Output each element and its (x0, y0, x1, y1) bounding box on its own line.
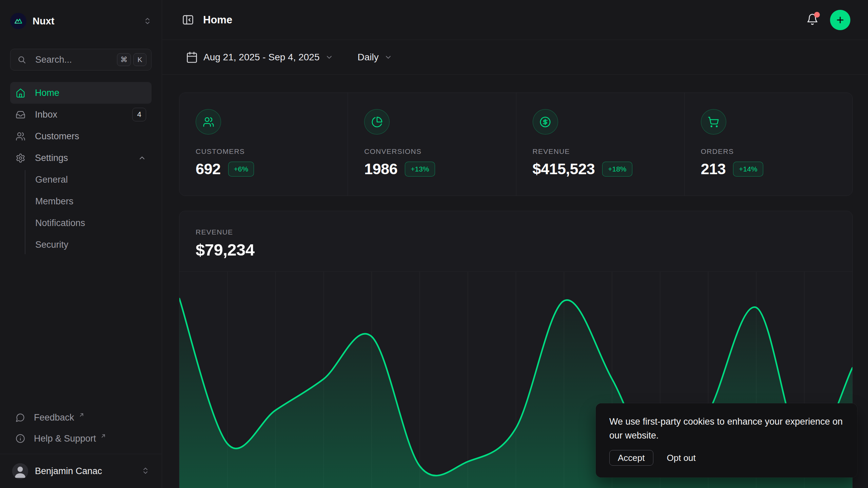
user-avatar (12, 463, 28, 479)
sidebar-item-label: Home (35, 88, 59, 98)
sidebar-item-notifications[interactable]: Notifications (10, 212, 152, 234)
kbd-meta: ⌘ (117, 53, 131, 66)
nuxt-logo-icon (10, 13, 26, 29)
feedback-link[interactable]: Feedback (10, 407, 152, 428)
chevron-down-icon (384, 53, 392, 61)
sidebar-item-home[interactable]: Home (10, 82, 152, 104)
stat-delta-badge: +14% (733, 162, 763, 177)
external-link-icon (100, 433, 106, 439)
stat-delta-badge: +18% (602, 162, 632, 177)
sidebar: Nuxt Search... ⌘ K Home Inbox 4 (0, 0, 162, 488)
notification-dot (814, 12, 820, 18)
stat-card-customers[interactable]: CUSTOMERS 692 +6% (179, 93, 348, 196)
settings-submenu: General Members Notifications Security (10, 169, 152, 256)
notifications-button[interactable] (806, 13, 818, 26)
pie-chart-icon (364, 109, 390, 135)
inbox-count-badge: 4 (132, 108, 146, 121)
help-support-link[interactable]: Help & Support (10, 428, 152, 449)
sidebar-item-customers[interactable]: Customers (10, 125, 152, 147)
home-icon (16, 88, 25, 98)
header-actions (806, 10, 850, 30)
gear-icon (16, 153, 25, 163)
sidebar-item-members[interactable]: Members (10, 190, 152, 212)
cookie-optout-button[interactable]: Opt out (667, 453, 696, 463)
team-switcher[interactable]: Nuxt (10, 13, 54, 29)
stat-value: $415,523 (533, 160, 595, 178)
sidebar-item-security[interactable]: Security (10, 234, 152, 256)
team-switcher-chevrons-icon[interactable] (143, 17, 152, 25)
kpi-stats-panel: CUSTOMERS 692 +6% CONVERSIONS 1986 +13% (179, 93, 853, 196)
search-placeholder: Search... (35, 55, 72, 65)
sidebar-collapse-button[interactable] (182, 14, 194, 26)
stat-label: CONVERSIONS (364, 147, 502, 156)
cart-icon (701, 109, 726, 135)
sidebar-nav: Home Inbox 4 Customers Settings General … (10, 82, 152, 256)
sidebar-item-inbox[interactable]: Inbox 4 (10, 104, 152, 125)
calendar-icon (186, 51, 198, 63)
info-circle-icon (16, 434, 25, 443)
user-name: Benjamin Canac (35, 466, 102, 476)
chat-bubble-icon (16, 413, 25, 422)
cookie-accept-button[interactable]: Accept (609, 450, 653, 466)
users-icon (16, 131, 25, 141)
kbd-k: K (133, 53, 146, 66)
date-range-picker[interactable]: Aug 21, 2025 - Sep 4, 2025 (186, 51, 333, 63)
stat-delta-badge: +13% (405, 162, 435, 177)
filter-toolbar: Aug 21, 2025 - Sep 4, 2025 Daily (162, 40, 868, 75)
sidebar-item-general[interactable]: General (10, 169, 152, 190)
cookie-banner: We use first-party cookies to enhance yo… (596, 403, 857, 477)
revenue-chart-label: REVENUE (196, 228, 852, 236)
chevrons-up-down-icon (141, 467, 150, 476)
search-shortcut: ⌘ K (117, 53, 146, 66)
external-link-icon (78, 412, 85, 418)
team-name: Nuxt (33, 16, 54, 27)
granularity-value: Daily (358, 52, 379, 63)
search-icon (17, 55, 26, 64)
granularity-select[interactable]: Daily (358, 52, 392, 63)
users-icon (196, 109, 221, 135)
stat-card-conversions[interactable]: CONVERSIONS 1986 +13% (348, 93, 516, 196)
chevron-up-icon (138, 154, 146, 162)
sidebar-item-label: Settings (35, 153, 68, 163)
chevron-down-icon (325, 53, 333, 61)
stat-label: CUSTOMERS (196, 147, 334, 156)
team-row: Nuxt (10, 10, 152, 32)
page-title: Home (203, 14, 232, 26)
user-menu[interactable]: Benjamin Canac (10, 454, 152, 488)
top-header: Home (162, 0, 868, 40)
add-button[interactable] (830, 10, 850, 30)
stat-card-revenue[interactable]: REVENUE $415,523 +18% (516, 93, 684, 196)
sidebar-footer: Feedback Help & Support (10, 407, 152, 454)
footer-link-label: Help & Support (34, 433, 96, 444)
stat-delta-badge: +6% (228, 162, 254, 177)
dollar-circle-icon (533, 109, 558, 135)
panel-collapse-icon (182, 14, 194, 26)
stat-label: ORDERS (701, 147, 839, 156)
cookie-message: We use first-party cookies to enhance yo… (609, 415, 844, 443)
plus-icon (835, 15, 845, 25)
date-range-value: Aug 21, 2025 - Sep 4, 2025 (203, 52, 320, 63)
stat-label: REVENUE (533, 147, 671, 156)
sidebar-item-settings[interactable]: Settings (10, 147, 152, 169)
stat-value: 213 (701, 160, 726, 178)
sidebar-item-label: Customers (35, 131, 79, 142)
revenue-chart-value: $79,234 (196, 240, 852, 259)
stat-value: 692 (196, 160, 221, 178)
search-input[interactable]: Search... ⌘ K (10, 49, 152, 70)
stat-card-orders[interactable]: ORDERS 213 +14% (684, 93, 852, 196)
footer-link-label: Feedback (34, 412, 74, 423)
stat-value: 1986 (364, 160, 397, 178)
sidebar-item-label: Inbox (35, 109, 57, 120)
inbox-icon (16, 110, 25, 120)
